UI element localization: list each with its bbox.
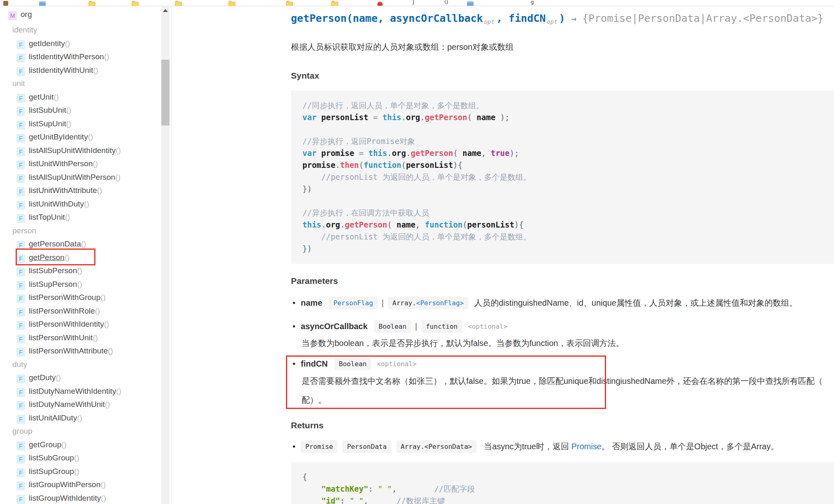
sidebar-item-listallsupunitwithperson[interactable]: FlistAllSupUnitWithPerson() xyxy=(0,171,161,184)
sidebar-scrollbar[interactable] xyxy=(161,6,170,504)
sidebar-item-label: listAllSupUnitWithPerson xyxy=(29,173,115,181)
function-badge: F xyxy=(16,94,25,103)
browser-bookmarks-bar: J()g xyxy=(0,0,834,6)
bookmark-folder-icon[interactable] xyxy=(286,2,293,6)
type-link[interactable]: PersonFlag xyxy=(333,299,373,307)
sidebar-item-getunit[interactable]: FgetUnit() xyxy=(0,91,161,104)
bookmark-favicon-blue-icon[interactable] xyxy=(39,1,46,6)
sidebar-item-listpersonwithattribute[interactable]: FlistPersonWithAttribute() xyxy=(0,344,161,358)
sidebar-item-listunitwithduty[interactable]: FlistUnitWithDuty() xyxy=(0,197,161,211)
sidebar-item-listpersonwithrole[interactable]: FlistPersonWithRole() xyxy=(0,304,161,318)
sidebar-item-listsubunit[interactable]: FlistSubUnit() xyxy=(0,104,161,117)
function-badge: F xyxy=(16,348,25,357)
scroll-up-button[interactable] xyxy=(161,6,170,14)
function-badge: F xyxy=(16,468,25,477)
sidebar-item-label: listSupGroup xyxy=(29,467,74,476)
sidebar-item-listdutynamewithidentity[interactable]: FlistDutyNameWithIdentity() xyxy=(0,385,161,398)
sidebar-item-listgroupwithidentity[interactable]: FlistGroupWithIdentity() xyxy=(0,492,161,504)
function-badge: F xyxy=(16,241,25,250)
sidebar-item-listsupperson[interactable]: FlistSupPerson() xyxy=(0,278,161,291)
parameter-head: findCNBoolean<optional> xyxy=(293,358,834,370)
function-signature: getPerson(name, asyncOrCallbackopt, find… xyxy=(291,12,834,27)
code-line: "matchKey": " ", //匹配字段 xyxy=(302,483,834,495)
function-badge: F xyxy=(16,481,25,490)
sidebar-item-listidentitywithperson[interactable]: FlistIdentityWithPerson() xyxy=(0,50,161,64)
sidebar-item-label: getUnitByIdentity xyxy=(29,132,88,141)
bookmark-folder-icon[interactable] xyxy=(132,2,139,6)
type-text: function xyxy=(426,323,458,330)
sidebar-item-label: listDutyNameWithIdentity xyxy=(29,387,116,395)
bookmark-favicon-blue-icon[interactable] xyxy=(467,1,474,6)
code-line xyxy=(302,123,834,135)
sidebar-item-parens: () xyxy=(88,132,93,141)
parameter-head: asyncOrCallbackBoolean|function<optional… xyxy=(293,320,834,333)
sidebar-item-label: listPersonWithIdentity xyxy=(29,320,104,328)
bookmark-label-fragment[interactable]: g xyxy=(531,0,534,5)
sidebar-item-getidentity[interactable]: FgetIdentity() xyxy=(0,37,161,51)
sidebar-item-label: listDutyNameWithUnit xyxy=(29,400,105,409)
bookmark-label-fragment[interactable] xyxy=(3,1,8,6)
function-badge: F xyxy=(16,134,25,143)
sidebar-item-listtopunit[interactable]: FlistTopUnit() xyxy=(0,211,161,224)
sidebar-item-listdutynamewithunit[interactable]: FlistDutyNameWithUnit() xyxy=(0,398,161,411)
bookmark-folder-icon[interactable] xyxy=(88,2,95,6)
sidebar-item-label: listSubUnit xyxy=(29,106,66,114)
bookmark-folder-icon[interactable] xyxy=(175,2,182,6)
sidebar-section-duty: duty xyxy=(0,358,161,372)
sidebar-item-listpersonwithunit[interactable]: FlistPersonWithUnit() xyxy=(0,331,161,345)
sidebar-item-label: listPersonWithUnit xyxy=(29,333,93,342)
sidebar-item-parens: () xyxy=(77,280,82,288)
sidebar-item-getperson[interactable]: FgetPerson() xyxy=(0,251,161,265)
sidebar-item-label: listSupPerson xyxy=(29,280,77,288)
bookmark-folder-icon[interactable] xyxy=(331,2,338,6)
function-badge: F xyxy=(16,294,25,303)
type-link[interactable]: <PersonFlag> xyxy=(416,299,464,307)
sidebar-item-listunitwithperson[interactable]: FlistUnitWithPerson() xyxy=(0,157,161,171)
sidebar-item-listsupgroup[interactable]: FlistSupGroup() xyxy=(0,465,161,478)
sidebar-border xyxy=(171,6,172,504)
sidebar: Morg identityFgetIdentity()FlistIdentity… xyxy=(0,6,161,504)
function-badge: F xyxy=(16,281,25,290)
arrow-icon: → xyxy=(571,14,576,24)
return-type-tag: Promise xyxy=(301,440,337,453)
sidebar-item-parens: () xyxy=(53,93,59,101)
sidebar-item-parens: () xyxy=(115,173,121,181)
return-type-tag: PersonData xyxy=(342,440,391,453)
parameter-description: 当参数为boolean，表示是否异步执行，默认为false。当参数为functi… xyxy=(302,336,834,350)
sidebar-item-listpersonwithidentity[interactable]: FlistPersonWithIdentity() xyxy=(0,318,161,331)
type-tag: PersonFlag xyxy=(329,297,377,309)
sidebar-item-getpersondata[interactable]: FgetPersonData() xyxy=(0,237,161,251)
sidebar-item-listunitallduty[interactable]: FlistUnitAllDuty() xyxy=(0,411,161,425)
sidebar-item-listallsupunitwithidentity[interactable]: FlistAllSupUnitWithIdentity() xyxy=(0,144,161,158)
function-badge: F xyxy=(16,321,25,330)
sidebar-item-listpersonwithgroup[interactable]: FlistPersonWithGroup() xyxy=(0,291,161,304)
code-line: //异步执行，返回Promise对象 xyxy=(302,135,834,147)
scrollbar-thumb[interactable] xyxy=(161,60,170,125)
sidebar-item-getgroup[interactable]: FgetGroup() xyxy=(0,438,161,452)
sidebar-item-listsupunit[interactable]: FlistSupUnit() xyxy=(0,117,161,131)
sidebar-item-label: listUnitAllDuty xyxy=(29,413,77,422)
sidebar-item-parens: () xyxy=(84,200,89,208)
function-badge: F xyxy=(16,267,25,276)
promise-link[interactable]: Promise xyxy=(571,442,601,451)
sidebar-item-listgroupwithperson[interactable]: FlistGroupWithPerson() xyxy=(0,478,161,492)
parameter-head: namePersonFlag|Array.<PersonFlag>人员的dist… xyxy=(293,297,834,309)
sidebar-item-listsubperson[interactable]: FlistSubPerson() xyxy=(0,264,161,278)
parameters-heading: Parameters xyxy=(291,276,834,286)
sidebar-item-label: listSupUnit xyxy=(29,119,66,128)
bookmark-label-fragment[interactable]: J xyxy=(413,0,414,5)
sidebar-item-parens: () xyxy=(66,119,72,128)
bookmark-favicon-red-icon[interactable] xyxy=(377,2,383,6)
sidebar-item-getunitbyidentity[interactable]: FgetUnitByIdentity() xyxy=(0,130,161,144)
sidebar-item-listsubgroup[interactable]: FlistSubGroup() xyxy=(0,451,161,465)
bookmark-label-fragment[interactable]: () xyxy=(444,0,448,5)
code-line: "id": " ", //数据库主键 xyxy=(302,495,834,504)
sidebar-item-getduty[interactable]: FgetDuty() xyxy=(0,371,161,385)
bookmark-folder-icon[interactable] xyxy=(228,2,235,6)
parameter-row-asyncorcallback: asyncOrCallbackBoolean|function<optional… xyxy=(291,320,834,350)
sidebar-item-listidentitywithunit[interactable]: FlistIdentityWithUnit() xyxy=(0,64,161,77)
sidebar-module-org[interactable]: Morg xyxy=(0,6,161,23)
sidebar-item-listunitwithattribute[interactable]: FlistUnitWithAttribute() xyxy=(0,184,161,197)
function-badge: F xyxy=(16,67,25,76)
sidebar-item-label: listUnitWithAttribute xyxy=(29,186,97,195)
